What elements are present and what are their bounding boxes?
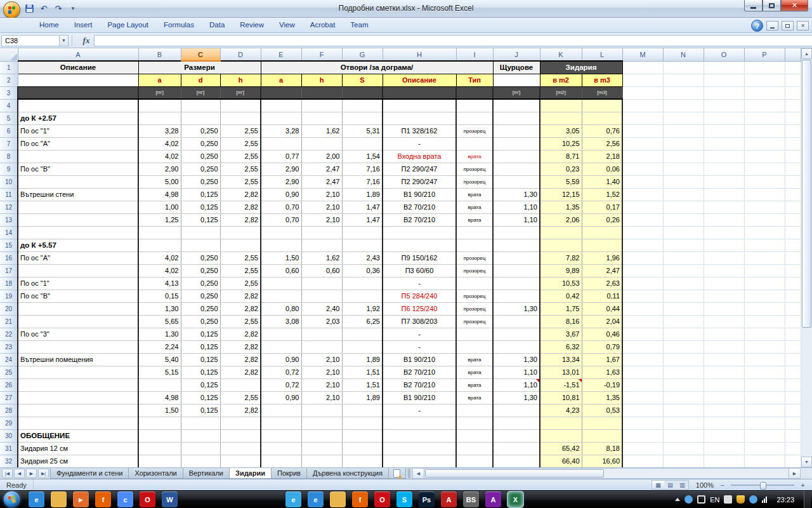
column-header-P[interactable]: P [744,48,785,61]
hidden-icons-chevron-icon[interactable] [675,498,680,501]
cell-H19[interactable]: П5 284/240 [383,290,456,302]
cell-I7[interactable] [456,137,493,150]
cell-D10[interactable]: 2,55 [220,175,261,188]
ribbon-tab-home[interactable]: Home [32,19,67,31]
cell-L28[interactable]: 0,53 [582,404,622,417]
cell-K14[interactable] [540,226,582,239]
cell-A3[interactable] [18,86,138,99]
cell-A17[interactable] [18,264,138,277]
cell-J13[interactable]: 1,10 [493,213,540,226]
cell-I6[interactable]: прозорец [456,124,493,137]
cell-C22[interactable]: 0,125 [181,328,220,340]
header-описание[interactable]: Описание [18,61,138,74]
cell-F3[interactable] [301,86,342,99]
cell-L10[interactable]: 1,40 [582,175,622,188]
row-header-23[interactable]: 23 [0,340,18,353]
cell-G29[interactable] [342,417,383,429]
cell-D12[interactable]: 2,82 [220,201,261,213]
cell-B14[interactable] [138,226,181,239]
cell-I30[interactable] [456,429,493,442]
cell-A5[interactable]: до К +2.57 [18,112,138,124]
cell-F17[interactable]: 0,60 [301,264,342,277]
cell-A31[interactable]: Зидария 12 см [18,442,138,455]
cell-F9[interactable]: 2,47 [301,163,342,175]
page-break-view-button[interactable]: ▥ [676,481,688,489]
cell-A13[interactable] [18,213,138,226]
cell-D9[interactable]: 2,55 [220,163,261,175]
cell-D23[interactable]: 2,82 [220,340,261,353]
cell-E15[interactable] [261,239,301,251]
cell-C9[interactable]: 0,250 [181,163,220,175]
cell-K29[interactable] [540,417,582,429]
zoom-in-button[interactable]: + [799,481,807,489]
cell-D11[interactable]: 2,82 [220,188,261,201]
row-header-9[interactable]: 9 [0,163,18,175]
cell-E11[interactable]: 0,90 [261,188,301,201]
cell-D28[interactable]: 2,82 [220,404,261,417]
cell-G23[interactable] [342,340,383,353]
cell-J30[interactable] [493,429,540,442]
cell-C2[interactable]: d [181,74,220,86]
cell-D21[interactable]: 2,55 [220,315,261,328]
prev-sheet-icon[interactable]: ◀ [14,469,25,478]
cell-L26[interactable]: -0,19 [582,378,622,391]
cell-L8[interactable]: 2,18 [582,150,622,163]
cell-G17[interactable]: 0,36 [342,264,383,277]
cell-E21[interactable]: 3,08 [261,315,301,328]
cell-L19[interactable]: 0,11 [582,290,622,302]
cell-H21[interactable]: П7 308/203 [383,315,456,328]
cell-L20[interactable]: 0,44 [582,302,622,315]
cell-I12[interactable]: врата [456,201,493,213]
column-header-I[interactable]: I [456,48,493,61]
cell-D22[interactable]: 2,82 [220,328,261,340]
column-header-A[interactable]: A [18,48,138,61]
cell-H20[interactable]: П6 125/240 [383,302,456,315]
workbook-minimize-button[interactable] [766,21,778,30]
acrobat-icon[interactable]: A [441,491,457,507]
cell-G24[interactable]: 1,89 [342,353,383,366]
cell-C30[interactable] [181,429,220,442]
cell-L2[interactable]: в m3 [582,74,622,86]
cell-L12[interactable]: 0,17 [582,201,622,213]
cell-C29[interactable] [181,417,220,429]
tab-split-handle[interactable] [407,469,411,478]
cell-F28[interactable] [301,404,342,417]
formula-input[interactable] [94,35,812,46]
cell-A11[interactable]: Вътрешни стени [18,188,138,201]
cell-C27[interactable]: 0,125 [181,391,220,404]
language-indicator[interactable]: EN [710,496,719,504]
cell-H6[interactable]: П1 328/162 [383,124,456,137]
cell-I4[interactable] [456,99,493,112]
cell-G6[interactable]: 5,31 [342,124,383,137]
column-header-K[interactable]: K [540,48,582,61]
cell-F11[interactable]: 2,10 [301,188,342,201]
cell-E32[interactable] [261,455,301,467]
cell-G20[interactable]: 1,92 [342,302,383,315]
cell-E29[interactable] [261,417,301,429]
column-header-N[interactable]: N [663,48,704,61]
cell-B16[interactable]: 4,02 [138,251,181,264]
cell-B22[interactable]: 1,30 [138,328,181,340]
cell-J4[interactable] [493,99,540,112]
cell-D31[interactable] [220,442,261,455]
cell-H22[interactable]: - [383,328,456,340]
zoom-slider[interactable] [731,481,794,490]
volume-icon[interactable] [749,495,757,504]
network-icon[interactable] [762,496,767,503]
cell-C26[interactable]: 0,125 [181,378,220,391]
row-header-29[interactable]: 29 [0,417,18,429]
sheet-tab-вертикали[interactable]: Вертикали [183,468,230,479]
ribbon-tab-insert[interactable]: Insert [67,19,100,31]
cell-F6[interactable]: 1,62 [301,124,342,137]
row-header-20[interactable]: 20 [0,302,18,315]
cell-A14[interactable] [18,226,138,239]
cell-H32[interactable] [383,455,456,467]
cell-F32[interactable] [301,455,342,467]
cell-A18[interactable]: По ос "1" [18,277,138,290]
cell-J3[interactable]: [m'] [493,86,540,99]
cell-G25[interactable]: 1,51 [342,366,383,378]
cell-D3[interactable]: [m'] [220,86,261,99]
cell-B25[interactable]: 5,15 [138,366,181,378]
cell-E8[interactable]: 0,77 [261,150,301,163]
row-header-27[interactable]: 27 [0,391,18,404]
